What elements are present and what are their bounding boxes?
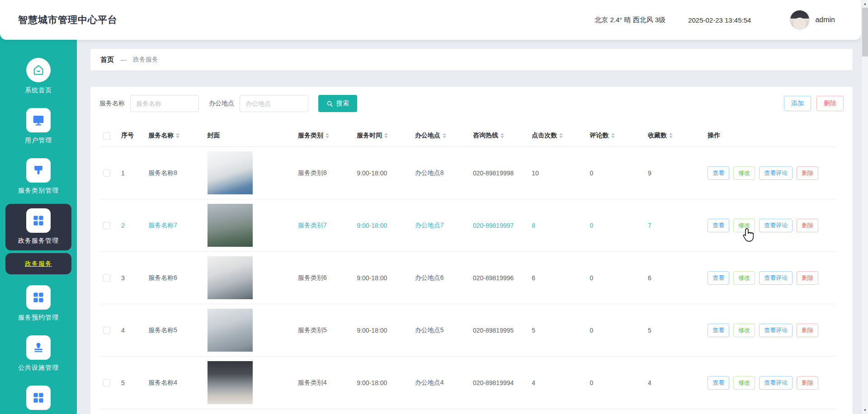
column-header[interactable]: 服务时间 xyxy=(353,126,411,147)
cell-no: 2 xyxy=(118,199,145,252)
column-header-label: 序号 xyxy=(121,132,134,139)
cell-no: 5 xyxy=(118,357,145,409)
page-title: 智慧城市管理中心平台 xyxy=(18,14,118,26)
column-header: 封面 xyxy=(204,126,294,147)
sidebar-item-label: 公共设施管理 xyxy=(18,364,59,372)
sidebar-item-system-home[interactable]: 系统首页 xyxy=(5,53,71,100)
cell-clicks: 10 xyxy=(528,147,586,199)
header-right: 北京 2.4° 晴 西北风 3级 2025-02-23 13:45:54 adm… xyxy=(594,10,835,30)
view-comments-button[interactable]: 查看评论 xyxy=(759,271,793,285)
sort-caret-icon[interactable] xyxy=(176,131,179,140)
column-header[interactable]: 点击次数 xyxy=(528,126,586,147)
delete-button[interactable]: 删除 xyxy=(797,219,818,232)
delete-button[interactable]: 删除 xyxy=(797,376,818,390)
add-button[interactable]: 添加 xyxy=(784,96,811,111)
cell-actions: 查看修改查看评论删除 xyxy=(704,304,836,357)
cover-image xyxy=(208,204,253,247)
column-header-label: 办公地点 xyxy=(415,132,440,139)
monitor-icon xyxy=(26,108,51,132)
cell-actions: 查看修改查看评论删除 xyxy=(704,252,836,304)
scrollbar-down-icon[interactable]: ▼ xyxy=(862,406,868,414)
sort-caret-icon[interactable] xyxy=(500,131,504,140)
row-checkbox-cell xyxy=(99,252,118,304)
sidebar-item-user-management[interactable]: 用户管理 xyxy=(5,104,71,150)
edit-button[interactable]: 修改 xyxy=(733,324,755,337)
search-button[interactable]: 搜索 xyxy=(318,95,357,112)
sidebar-item-gov-service-management[interactable]: 政务服务管理 xyxy=(5,204,71,250)
cell-clicks: 4 xyxy=(528,357,586,409)
row-checkbox[interactable] xyxy=(103,379,110,386)
view-button[interactable]: 查看 xyxy=(708,324,729,337)
column-header[interactable]: 服务名称 xyxy=(145,126,203,147)
service-name-input[interactable] xyxy=(130,95,199,112)
view-comments-button[interactable]: 查看评论 xyxy=(759,166,793,180)
edit-button[interactable]: 修改 xyxy=(733,376,755,390)
grid-icon xyxy=(26,386,51,410)
delete-button[interactable]: 删除 xyxy=(797,324,818,337)
office-address-input[interactable] xyxy=(240,95,308,112)
view-comments-button[interactable]: 查看评论 xyxy=(759,376,793,390)
grid-icon xyxy=(26,285,51,310)
sort-caret-icon[interactable] xyxy=(326,131,329,140)
cell-actions: 查看修改查看评论删除 xyxy=(704,147,836,199)
sidebar-item-service-category-management[interactable]: 服务类别管理 xyxy=(5,154,71,200)
sort-caret-icon[interactable] xyxy=(559,131,563,140)
column-header-label: 服务类别 xyxy=(298,132,323,139)
cell-time: 9:00-18:00 xyxy=(353,304,411,357)
sidebar-item-monitor-device-management[interactable]: 监控设备管理 xyxy=(5,381,71,414)
scrollbar-thumb[interactable] xyxy=(862,8,868,56)
edit-button[interactable]: 修改 xyxy=(733,219,755,232)
breadcrumb-home[interactable]: 首页 xyxy=(100,56,114,64)
scrollbar-up-icon[interactable]: ▲ xyxy=(862,0,868,8)
delete-button[interactable]: 删除 xyxy=(797,166,818,180)
cell-no: 4 xyxy=(118,304,145,357)
view-button[interactable]: 查看 xyxy=(708,271,729,285)
row-checkbox[interactable] xyxy=(103,222,110,229)
sort-caret-icon[interactable] xyxy=(443,131,446,140)
sidebar-item-service-booking-management[interactable]: 服务预约管理 xyxy=(5,281,71,327)
row-checkbox-cell xyxy=(99,357,118,409)
main-content: 首页 — 政务服务 服务名称 办公地点 搜索 添加 删除 序号服务名称封面服务类… xyxy=(90,49,853,414)
cell-time: 9:00-18:00 xyxy=(353,357,411,409)
row-checkbox-cell xyxy=(99,147,118,199)
select-all-checkbox[interactable] xyxy=(103,132,110,140)
service-name-label: 服务名称 xyxy=(99,99,125,108)
user-avatar[interactable] xyxy=(790,10,810,30)
cell-name: 服务名称7 xyxy=(145,199,203,252)
cell-address: 办公地点6 xyxy=(411,252,469,304)
column-header-label: 咨询热线 xyxy=(473,132,498,139)
column-header[interactable]: 收藏数 xyxy=(644,126,704,147)
app-header: 智慧城市管理中心平台 北京 2.4° 晴 西北风 3级 2025-02-23 1… xyxy=(0,0,861,40)
column-header[interactable]: 服务类别 xyxy=(294,126,353,147)
cell-address: 办公地点5 xyxy=(411,304,469,357)
cell-name: 服务名称5 xyxy=(145,304,203,357)
view-button[interactable]: 查看 xyxy=(708,219,729,232)
page-scrollbar[interactable]: ▲ ▼ xyxy=(861,0,868,414)
sort-caret-icon[interactable] xyxy=(384,131,388,140)
view-comments-button[interactable]: 查看评论 xyxy=(759,324,793,337)
view-comments-button[interactable]: 查看评论 xyxy=(759,219,793,232)
view-button[interactable]: 查看 xyxy=(708,166,729,180)
sidebar-subitem-gov-service[interactable]: 政务服务 xyxy=(5,253,71,274)
sort-caret-icon[interactable] xyxy=(611,131,615,140)
row-checkbox[interactable] xyxy=(103,327,110,334)
edit-button[interactable]: 修改 xyxy=(733,166,755,180)
edit-button[interactable]: 修改 xyxy=(733,271,755,285)
cell-name: 服务名称6 xyxy=(145,252,203,304)
column-header[interactable]: 办公地点 xyxy=(411,126,469,147)
delete-button[interactable]: 删除 xyxy=(816,96,844,111)
column-header[interactable]: 评论数 xyxy=(586,126,644,147)
column-header-label: 收藏数 xyxy=(648,132,667,139)
row-checkbox[interactable] xyxy=(103,169,110,177)
row-checkbox[interactable] xyxy=(103,274,110,282)
sidebar-item-public-facility-management[interactable]: 公共设施管理 xyxy=(5,331,71,377)
column-header-label: 点击次数 xyxy=(532,132,557,139)
stamp-icon xyxy=(26,335,51,360)
cell-name: 服务名称8 xyxy=(145,147,203,199)
cell-category: 服务类别4 xyxy=(294,357,353,409)
cell-comments: 0 xyxy=(586,147,644,199)
column-header[interactable]: 咨询热线 xyxy=(469,126,528,147)
delete-button[interactable]: 删除 xyxy=(797,271,818,285)
sort-caret-icon[interactable] xyxy=(669,131,673,140)
view-button[interactable]: 查看 xyxy=(708,376,729,390)
